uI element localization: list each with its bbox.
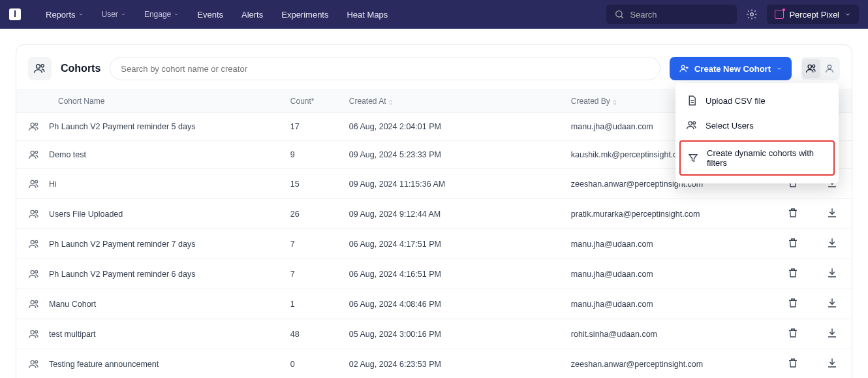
- cohort-count: 26: [281, 199, 340, 229]
- cohort-icon: [28, 238, 40, 250]
- row-name-cell: Demo test: [25, 149, 272, 161]
- cohort-icon: [28, 121, 40, 133]
- cohort-name: Hi: [49, 180, 57, 189]
- table-row[interactable]: Ph Launch V2 Payment reminder 7 days706 …: [16, 229, 852, 259]
- row-name-cell: Hi: [25, 178, 272, 190]
- nav-engage[interactable]: Engage: [144, 10, 179, 19]
- dd-label: Select Users: [705, 121, 754, 131]
- cohort-created-at: 06 Aug, 2024 4:16:51 PM: [340, 259, 562, 289]
- delete-button[interactable]: [787, 237, 799, 249]
- row-name-cell: Users File Uploaded: [25, 208, 272, 220]
- col-count[interactable]: Count*: [281, 90, 340, 113]
- row-name-cell: Ph Launch V2 Payment reminder 6 days: [25, 268, 272, 280]
- table-row[interactable]: Users File Uploaded2609 Aug, 2024 9:12:4…: [16, 199, 852, 229]
- cohort-name: Demo test: [49, 150, 86, 159]
- chevron-down-icon: [776, 65, 783, 72]
- search-icon: [614, 9, 625, 20]
- download-button[interactable]: [826, 267, 838, 279]
- cohort-created-by: manu.jha@udaan.com: [562, 259, 773, 289]
- cohort-count: 7: [281, 229, 340, 259]
- delete-button[interactable]: [787, 207, 799, 219]
- table-row[interactable]: Manu Cohort106 Aug, 2024 4:08:46 PMmanu.…: [16, 289, 852, 319]
- cohort-icon: [28, 358, 40, 370]
- nav-items: Reports User Engage Events Alerts Experi…: [46, 10, 388, 20]
- cohort-icon: [28, 149, 40, 161]
- cohorts-card: Cohorts Create New Cohort Upload CSV fil…: [16, 44, 852, 378]
- cohort-created-at: 05 Aug, 2024 3:00:16 PM: [340, 319, 562, 349]
- sort-icon: [612, 99, 618, 105]
- create-cohort-button[interactable]: Create New Cohort: [670, 57, 792, 80]
- sort-icon: [388, 99, 394, 105]
- filter-icon: [687, 152, 699, 164]
- toggle-my-cohorts[interactable]: [820, 59, 839, 78]
- cohort-created-at: 09 Aug, 2024 11:15:36 AM: [340, 169, 562, 199]
- dropdown-dynamic-filters[interactable]: Create dynamic cohorts with filters: [679, 140, 835, 176]
- nav-experiments[interactable]: Experiments: [281, 10, 328, 20]
- cohort-count: 15: [281, 169, 340, 199]
- users-icon: [686, 119, 698, 131]
- cohort-name: Users File Uploaded: [49, 210, 123, 219]
- cohort-created-by: manu.jha@udaan.com: [562, 289, 773, 319]
- cohort-name: Ph Launch V2 Payment reminder 6 days: [49, 270, 195, 279]
- dropdown-select-users[interactable]: Select Users: [675, 113, 839, 138]
- dd-label: Create dynamic cohorts with filters: [707, 148, 827, 168]
- nav-label: User: [102, 10, 118, 19]
- cohort-icon: [28, 328, 40, 340]
- cohort-created-at: 06 Aug, 2024 4:08:46 PM: [340, 289, 562, 319]
- col-created-at[interactable]: Created At: [340, 90, 562, 113]
- cohort-created-by: pratik.murarka@perceptinsight.com: [562, 199, 773, 229]
- cohort-count: 17: [281, 113, 340, 141]
- table-row[interactable]: Ph Launch V2 Payment reminder 6 days706 …: [16, 259, 852, 289]
- delete-button[interactable]: [787, 267, 799, 279]
- row-name-cell: test multipart: [25, 328, 272, 340]
- delete-button[interactable]: [787, 327, 799, 339]
- nav-label: Alerts: [241, 10, 263, 20]
- cohort-icon: [28, 298, 40, 310]
- chevron-down-icon: [121, 12, 126, 17]
- workspace-switcher[interactable]: Percept Pixel: [767, 5, 859, 24]
- row-name-cell: Ph Launch V2 Payment reminder 7 days: [25, 238, 272, 250]
- table-row[interactable]: test multipart4805 Aug, 2024 3:00:16 PMr…: [16, 319, 852, 349]
- cohort-created-at: 06 Aug, 2024 4:17:51 PM: [340, 229, 562, 259]
- nav-events[interactable]: Events: [197, 10, 223, 20]
- cohort-name: test multipart: [49, 330, 96, 339]
- cohort-count: 9: [281, 141, 340, 169]
- toggle-all-cohorts[interactable]: [802, 59, 820, 78]
- delete-button[interactable]: [787, 357, 799, 369]
- row-name-cell: Ph Launch V2 Payment reminder 5 days: [25, 121, 272, 133]
- nav-label: Reports: [46, 10, 76, 20]
- app-logo[interactable]: [9, 8, 21, 20]
- content: Cohorts Create New Cohort Upload CSV fil…: [0, 29, 868, 378]
- cohort-created-at: 02 Aug, 2024 6:23:53 PM: [340, 349, 562, 379]
- create-label: Create New Cohort: [694, 64, 771, 74]
- download-button[interactable]: [826, 237, 838, 249]
- nav-reports[interactable]: Reports: [46, 10, 84, 20]
- cohort-created-at: 09 Aug, 2024 5:23:33 PM: [340, 141, 562, 169]
- cohort-icon: [28, 178, 40, 190]
- nav-alerts[interactable]: Alerts: [241, 10, 263, 20]
- nav-heatmaps[interactable]: Heat Maps: [347, 10, 388, 20]
- chevron-down-icon: [845, 11, 851, 18]
- download-button[interactable]: [826, 207, 838, 219]
- chevron-down-icon: [78, 12, 84, 17]
- chevron-down-icon: [174, 12, 179, 17]
- nav-label: Events: [197, 10, 223, 20]
- file-icon: [686, 95, 698, 106]
- global-search[interactable]: Search: [606, 5, 737, 24]
- download-button[interactable]: [826, 357, 838, 369]
- download-button[interactable]: [826, 297, 838, 309]
- download-button[interactable]: [826, 327, 838, 339]
- cohort-icon: [28, 208, 40, 220]
- dropdown-upload-csv[interactable]: Upload CSV file: [675, 88, 839, 113]
- cohort-created-by: zeeshan.anwar@perceptinsight.com: [562, 349, 773, 379]
- page-title: Cohorts: [61, 63, 101, 74]
- cohort-name: Ph Launch V2 Payment reminder 7 days: [49, 240, 195, 249]
- settings-icon[interactable]: [746, 8, 758, 20]
- cohort-created-by: rohit.sinha@udaan.com: [562, 319, 773, 349]
- cohort-search-input[interactable]: [110, 57, 660, 80]
- table-row[interactable]: Testing feature announcement002 Aug, 202…: [16, 349, 852, 379]
- nav-user[interactable]: User: [102, 10, 126, 19]
- col-name[interactable]: Cohort Name: [16, 90, 281, 113]
- nav-label: Heat Maps: [347, 10, 388, 20]
- delete-button[interactable]: [787, 297, 799, 309]
